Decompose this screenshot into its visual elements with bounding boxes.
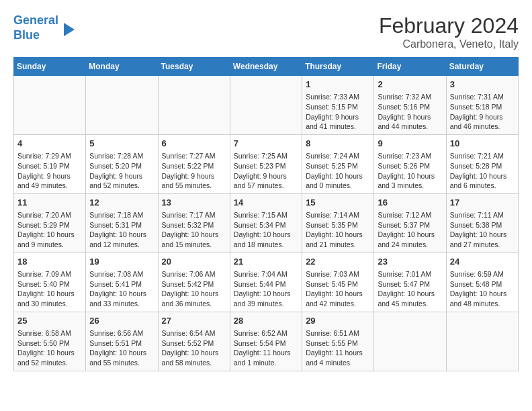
col-sunday: Sunday — [14, 58, 86, 76]
day-info: Sunrise: 6:51 AM Sunset: 5:55 PM Dayligh… — [306, 328, 370, 368]
calendar-week-5: 25Sunrise: 6:58 AM Sunset: 5:50 PM Dayli… — [14, 312, 519, 371]
day-info: Sunrise: 6:52 AM Sunset: 5:54 PM Dayligh… — [234, 328, 298, 368]
day-number: 14 — [234, 197, 298, 209]
day-number: 26 — [89, 315, 154, 327]
calendar-cell: 2Sunrise: 7:32 AM Sunset: 5:16 PM Daylig… — [374, 76, 446, 135]
day-info: Sunrise: 7:24 AM Sunset: 5:25 PM Dayligh… — [306, 151, 370, 191]
calendar-cell — [158, 76, 230, 135]
calendar-cell: 21Sunrise: 7:04 AM Sunset: 5:44 PM Dayli… — [230, 253, 302, 312]
calendar-cell: 10Sunrise: 7:21 AM Sunset: 5:28 PM Dayli… — [446, 134, 518, 193]
calendar-cell: 19Sunrise: 7:08 AM Sunset: 5:41 PM Dayli… — [86, 253, 158, 312]
calendar-cell: 24Sunrise: 6:59 AM Sunset: 5:48 PM Dayli… — [446, 253, 518, 312]
day-number: 17 — [450, 197, 515, 209]
day-info: Sunrise: 7:28 AM Sunset: 5:20 PM Dayligh… — [89, 151, 154, 191]
day-number: 4 — [17, 138, 82, 150]
day-info: Sunrise: 7:18 AM Sunset: 5:31 PM Dayligh… — [89, 210, 154, 250]
col-friday: Friday — [374, 58, 446, 76]
logo-line1: General — [13, 13, 58, 27]
day-info: Sunrise: 7:17 AM Sunset: 5:32 PM Dayligh… — [162, 210, 226, 250]
calendar-cell: 20Sunrise: 7:06 AM Sunset: 5:42 PM Dayli… — [158, 253, 230, 312]
day-info: Sunrise: 7:20 AM Sunset: 5:29 PM Dayligh… — [17, 210, 82, 250]
logo-line2: Blue — [13, 28, 40, 42]
day-number: 15 — [306, 197, 370, 209]
day-number: 10 — [450, 138, 515, 150]
calendar-cell: 12Sunrise: 7:18 AM Sunset: 5:31 PM Dayli… — [86, 193, 158, 253]
day-info: Sunrise: 7:04 AM Sunset: 5:44 PM Dayligh… — [234, 269, 298, 309]
day-info: Sunrise: 7:14 AM Sunset: 5:35 PM Dayligh… — [306, 210, 370, 250]
calendar-cell: 5Sunrise: 7:28 AM Sunset: 5:20 PM Daylig… — [86, 134, 158, 193]
calendar-cell: 8Sunrise: 7:24 AM Sunset: 5:25 PM Daylig… — [302, 134, 374, 193]
calendar-title: February 2024 — [379, 13, 519, 38]
day-number: 7 — [234, 138, 298, 150]
logo-text: GeneralBlue — [13, 13, 58, 42]
day-number: 21 — [234, 256, 298, 268]
calendar-header: Sunday Monday Tuesday Wednesday Thursday… — [14, 58, 519, 76]
day-info: Sunrise: 7:11 AM Sunset: 5:38 PM Dayligh… — [450, 210, 515, 250]
col-saturday: Saturday — [446, 58, 518, 76]
day-number: 1 — [306, 79, 370, 91]
day-info: Sunrise: 6:56 AM Sunset: 5:51 PM Dayligh… — [89, 328, 154, 368]
calendar-cell — [374, 312, 446, 371]
calendar-cell: 15Sunrise: 7:14 AM Sunset: 5:35 PM Dayli… — [302, 193, 374, 253]
day-info: Sunrise: 7:12 AM Sunset: 5:37 PM Dayligh… — [378, 210, 442, 250]
day-number: 29 — [306, 315, 370, 327]
col-monday: Monday — [86, 58, 158, 76]
day-number: 27 — [162, 315, 226, 327]
calendar-cell: 28Sunrise: 6:52 AM Sunset: 5:54 PM Dayli… — [230, 312, 302, 371]
day-number: 22 — [306, 256, 370, 268]
calendar-cell: 23Sunrise: 7:01 AM Sunset: 5:47 PM Dayli… — [374, 253, 446, 312]
calendar-cell: 13Sunrise: 7:17 AM Sunset: 5:32 PM Dayli… — [158, 193, 230, 253]
calendar-cell — [14, 76, 86, 135]
day-info: Sunrise: 7:09 AM Sunset: 5:40 PM Dayligh… — [17, 269, 82, 309]
day-number: 13 — [162, 197, 226, 209]
day-number: 25 — [17, 315, 82, 327]
calendar-cell: 9Sunrise: 7:23 AM Sunset: 5:26 PM Daylig… — [374, 134, 446, 193]
calendar-cell: 18Sunrise: 7:09 AM Sunset: 5:40 PM Dayli… — [14, 253, 86, 312]
calendar-cell — [86, 76, 158, 135]
col-thursday: Thursday — [302, 58, 374, 76]
calendar-cell: 6Sunrise: 7:27 AM Sunset: 5:22 PM Daylig… — [158, 134, 230, 193]
day-number: 16 — [378, 197, 442, 209]
calendar-cell: 16Sunrise: 7:12 AM Sunset: 5:37 PM Dayli… — [374, 193, 446, 253]
day-number: 3 — [450, 79, 515, 91]
day-number: 9 — [378, 138, 442, 150]
calendar-table: Sunday Monday Tuesday Wednesday Thursday… — [13, 57, 519, 371]
day-info: Sunrise: 7:32 AM Sunset: 5:16 PM Dayligh… — [378, 92, 442, 132]
day-info: Sunrise: 7:25 AM Sunset: 5:23 PM Dayligh… — [234, 151, 298, 191]
day-number: 23 — [378, 256, 442, 268]
header-row: Sunday Monday Tuesday Wednesday Thursday… — [14, 58, 519, 76]
day-number: 28 — [234, 315, 298, 327]
day-number: 12 — [89, 197, 154, 209]
calendar-cell: 3Sunrise: 7:31 AM Sunset: 5:18 PM Daylig… — [446, 76, 518, 135]
day-number: 11 — [17, 197, 82, 209]
day-number: 5 — [89, 138, 154, 150]
calendar-cell: 17Sunrise: 7:11 AM Sunset: 5:38 PM Dayli… — [446, 193, 518, 253]
page-header: GeneralBlue February 2024 Carbonera, Ven… — [13, 13, 519, 50]
day-info: Sunrise: 7:29 AM Sunset: 5:19 PM Dayligh… — [17, 151, 82, 191]
title-block: February 2024 Carbonera, Veneto, Italy — [379, 13, 519, 50]
day-info: Sunrise: 7:31 AM Sunset: 5:18 PM Dayligh… — [450, 92, 515, 132]
col-wednesday: Wednesday — [230, 58, 302, 76]
calendar-week-2: 4Sunrise: 7:29 AM Sunset: 5:19 PM Daylig… — [14, 134, 519, 193]
calendar-week-1: 1Sunrise: 7:33 AM Sunset: 5:15 PM Daylig… — [14, 76, 519, 135]
calendar-body: 1Sunrise: 7:33 AM Sunset: 5:15 PM Daylig… — [14, 76, 519, 371]
day-number: 8 — [306, 138, 370, 150]
calendar-week-3: 11Sunrise: 7:20 AM Sunset: 5:29 PM Dayli… — [14, 193, 519, 253]
calendar-cell: 26Sunrise: 6:56 AM Sunset: 5:51 PM Dayli… — [86, 312, 158, 371]
day-info: Sunrise: 7:01 AM Sunset: 5:47 PM Dayligh… — [378, 269, 442, 309]
day-info: Sunrise: 7:27 AM Sunset: 5:22 PM Dayligh… — [162, 151, 226, 191]
day-info: Sunrise: 7:21 AM Sunset: 5:28 PM Dayligh… — [450, 151, 515, 191]
day-number: 18 — [17, 256, 82, 268]
day-number: 6 — [162, 138, 226, 150]
calendar-cell: 7Sunrise: 7:25 AM Sunset: 5:23 PM Daylig… — [230, 134, 302, 193]
calendar-cell — [446, 312, 518, 371]
col-tuesday: Tuesday — [158, 58, 230, 76]
day-info: Sunrise: 7:23 AM Sunset: 5:26 PM Dayligh… — [378, 151, 442, 191]
day-number: 19 — [89, 256, 154, 268]
day-number: 24 — [450, 256, 515, 268]
calendar-cell: 4Sunrise: 7:29 AM Sunset: 5:19 PM Daylig… — [14, 134, 86, 193]
calendar-cell: 27Sunrise: 6:54 AM Sunset: 5:52 PM Dayli… — [158, 312, 230, 371]
day-info: Sunrise: 6:58 AM Sunset: 5:50 PM Dayligh… — [17, 328, 82, 368]
calendar-cell: 29Sunrise: 6:51 AM Sunset: 5:55 PM Dayli… — [302, 312, 374, 371]
calendar-cell: 14Sunrise: 7:15 AM Sunset: 5:34 PM Dayli… — [230, 193, 302, 253]
